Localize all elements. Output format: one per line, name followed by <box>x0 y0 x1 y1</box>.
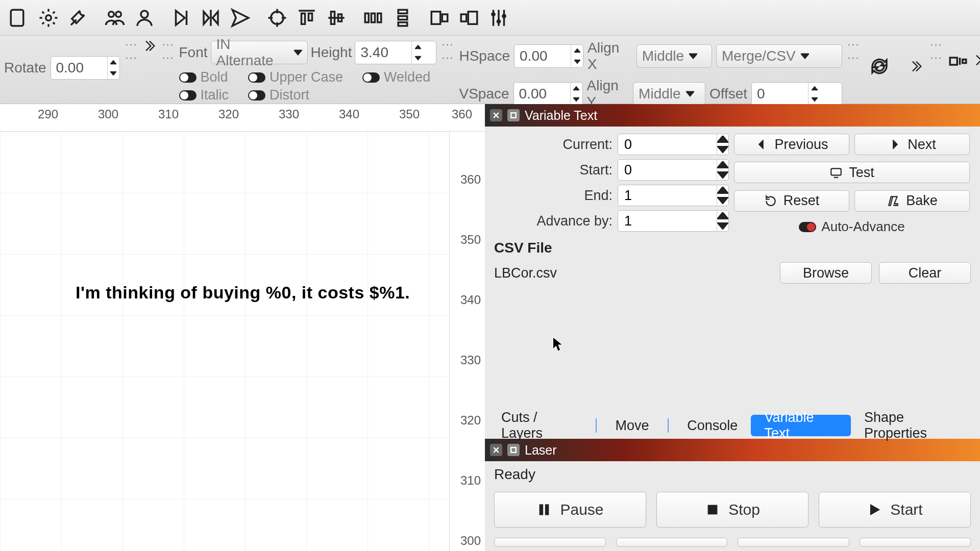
align-middle-icon[interactable] <box>322 3 351 33</box>
svg-point-4 <box>141 11 148 18</box>
pause-button[interactable]: Pause <box>494 492 646 528</box>
font-select[interactable]: IN Alternate <box>211 41 308 64</box>
sliders-icon[interactable] <box>484 3 513 33</box>
target-icon[interactable] <box>262 3 292 33</box>
separator-dots: ⋮⋮ <box>440 39 455 65</box>
top-toolbar <box>0 0 980 36</box>
tab-shape-properties[interactable]: Shape Properties <box>851 415 977 436</box>
mirror-icon[interactable] <box>196 3 226 33</box>
align-panel-icon[interactable] <box>947 39 969 69</box>
end-input[interactable] <box>618 185 729 206</box>
svg-rect-29 <box>950 58 957 65</box>
svg-rect-13 <box>365 13 369 22</box>
expand-right-icon[interactable] <box>973 39 980 67</box>
dock-icon[interactable] <box>507 109 520 121</box>
laser-option-button[interactable] <box>616 538 728 547</box>
sync-icon[interactable] <box>865 51 894 82</box>
canvas-area[interactable]: 290 300 310 320 330 340 350 360 360 350 … <box>0 104 485 551</box>
svg-point-3 <box>116 11 121 17</box>
vertical-ruler: 360 350 340 330 320 310 300 <box>449 132 485 551</box>
reset-button[interactable]: Reset <box>734 190 849 212</box>
alignx-select[interactable]: Middle <box>636 44 712 68</box>
bold-toggle[interactable]: Bold <box>179 69 229 85</box>
start-input[interactable] <box>618 159 729 181</box>
svg-rect-18 <box>398 22 407 26</box>
end-label: End: <box>494 188 612 204</box>
device-icon[interactable] <box>4 3 34 33</box>
start-button[interactable]: Start <box>819 492 971 528</box>
height-label: Height <box>311 44 352 61</box>
test-button[interactable]: Test <box>734 162 970 183</box>
current-input[interactable] <box>618 134 729 155</box>
aligny-select[interactable]: Middle <box>633 82 705 106</box>
mouse-cursor <box>551 336 565 353</box>
arrange-1-icon[interactable] <box>425 3 454 33</box>
user-icon[interactable] <box>130 3 159 33</box>
users-icon[interactable] <box>100 3 130 33</box>
stop-button[interactable]: Stop <box>656 492 808 528</box>
next-button[interactable]: Next <box>854 134 970 155</box>
vspace-input[interactable] <box>513 82 583 106</box>
svg-rect-22 <box>468 11 477 24</box>
svg-rect-15 <box>378 13 381 22</box>
arrange-2-icon[interactable] <box>454 3 484 33</box>
svg-rect-38 <box>708 505 717 514</box>
align-top-icon[interactable] <box>292 3 322 33</box>
italic-toggle[interactable]: Italic <box>179 87 229 103</box>
dock-icon[interactable] <box>507 444 520 456</box>
svg-rect-36 <box>540 505 543 515</box>
welded-toggle[interactable]: Welded <box>362 69 430 85</box>
browse-button[interactable]: Browse <box>780 262 872 284</box>
rotate-step-up[interactable] <box>108 57 119 68</box>
svg-point-27 <box>497 19 501 23</box>
clear-button[interactable]: Clear <box>879 262 971 284</box>
rotate-step-down[interactable] <box>108 68 119 79</box>
merge-csv-select[interactable]: Merge/CSV <box>716 44 842 68</box>
font-label: Font <box>179 44 208 61</box>
advance-label: Advance by: <box>494 213 612 229</box>
tab-variable-text[interactable]: Variable Text <box>751 415 851 436</box>
canvas-text-object[interactable]: I'm thinking of buying %0, it costs $%1. <box>76 283 410 303</box>
svg-rect-0 <box>11 10 23 26</box>
distribute-v-icon[interactable] <box>388 3 418 33</box>
laser-option-button[interactable] <box>494 538 606 547</box>
svg-rect-31 <box>963 60 966 63</box>
height-input[interactable] <box>355 41 436 64</box>
separator-dots: ⋮⋮ <box>929 39 943 65</box>
tab-cuts-layers[interactable]: Cuts / Layers <box>488 415 591 436</box>
panel-title: Laser <box>525 443 557 458</box>
hspace-input[interactable] <box>514 44 583 68</box>
expand-right-icon[interactable] <box>142 39 157 53</box>
svg-point-6 <box>271 11 284 24</box>
svg-rect-9 <box>309 13 312 20</box>
variable-text-panel: Current: Start: End: Advance by: <box>485 127 980 439</box>
tab-move[interactable]: Move <box>602 415 662 436</box>
svg-rect-19 <box>431 11 440 24</box>
send-icon[interactable] <box>226 3 255 33</box>
previous-button[interactable]: Previous <box>734 134 849 155</box>
distribute-h-icon[interactable] <box>358 3 388 33</box>
laser-panel: Ready Pause Stop Start <box>485 461 980 551</box>
rotate-input[interactable] <box>51 56 120 80</box>
close-icon[interactable] <box>490 109 502 121</box>
laser-option-button[interactable] <box>738 538 849 547</box>
tab-console[interactable]: Console <box>674 415 751 436</box>
gear-icon[interactable] <box>34 3 63 33</box>
expand-right-icon[interactable] <box>908 59 925 73</box>
uppercase-toggle[interactable]: Upper Case <box>248 69 343 85</box>
tools-icon[interactable] <box>63 3 93 33</box>
flip-h-play-icon[interactable] <box>166 3 196 33</box>
svg-point-28 <box>502 14 506 18</box>
distort-toggle[interactable]: Distort <box>248 87 343 103</box>
panel-tabs: Cuts / Layers Move Console Variable Text… <box>485 412 980 439</box>
advance-input[interactable] <box>618 210 729 232</box>
rotate-label: Rotate <box>4 60 46 76</box>
svg-rect-17 <box>398 16 407 19</box>
laser-option-button[interactable] <box>860 538 971 547</box>
close-icon[interactable] <box>490 444 502 456</box>
separator-dots: ⋮⋮ <box>161 39 175 65</box>
auto-advance-toggle[interactable]: Auto-Advance <box>734 218 970 236</box>
offset-input[interactable] <box>751 82 842 106</box>
bake-button[interactable]: Bake <box>854 190 970 212</box>
separator-dots: ⋮⋮ <box>846 39 861 65</box>
